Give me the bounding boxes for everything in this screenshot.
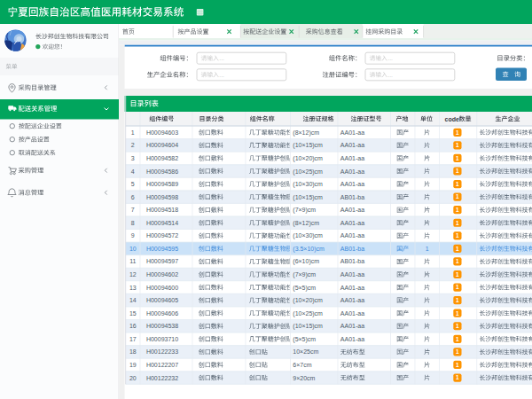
svg-text:1: 1 bbox=[456, 258, 459, 264]
svg-text:(6×10)cm: (6×10)cm bbox=[293, 258, 319, 265]
svg-text:16: 16 bbox=[129, 323, 137, 329]
svg-text:(10×15)cm: (10×15)cm bbox=[293, 323, 323, 330]
svg-text:1: 1 bbox=[456, 284, 459, 290]
svg-text:1: 1 bbox=[456, 362, 459, 368]
svg-text:H00094605: H00094605 bbox=[146, 297, 178, 303]
svg-text:10×25cm: 10×25cm bbox=[293, 348, 318, 355]
svg-text:AA01-aa: AA01-aa bbox=[340, 336, 364, 342]
svg-text:AB01-ba: AB01-ba bbox=[340, 258, 364, 264]
svg-text:AA01-aa: AA01-aa bbox=[340, 220, 364, 226]
svg-text:1: 1 bbox=[456, 336, 459, 342]
svg-text:AA01-aa: AA01-aa bbox=[340, 129, 364, 136]
svg-text:H00122232: H00122232 bbox=[146, 375, 178, 381]
svg-text:1: 1 bbox=[456, 181, 459, 187]
svg-text:1: 1 bbox=[456, 155, 459, 161]
svg-text:1: 1 bbox=[456, 271, 459, 278]
svg-text:8: 8 bbox=[131, 220, 135, 226]
svg-text:1: 1 bbox=[456, 220, 459, 226]
svg-text:AA01-aa: AA01-aa bbox=[340, 232, 364, 239]
svg-text:H00094600: H00094600 bbox=[146, 285, 178, 291]
svg-text:H00093710: H00093710 bbox=[146, 336, 178, 342]
svg-text:1: 1 bbox=[131, 129, 135, 136]
svg-text:AB01-ba: AB01-ba bbox=[340, 246, 364, 252]
svg-text:1: 1 bbox=[456, 142, 459, 148]
svg-text:(10×30)cm: (10×30)cm bbox=[293, 181, 323, 188]
svg-text:H00094598: H00094598 bbox=[146, 194, 178, 200]
svg-text:H00094606: H00094606 bbox=[146, 310, 178, 317]
svg-text:5: 5 bbox=[131, 181, 135, 187]
svg-text:(10×20)cm: (10×20)cm bbox=[293, 297, 323, 304]
svg-text:6: 6 bbox=[131, 194, 135, 200]
svg-text:1: 1 bbox=[456, 168, 459, 174]
svg-text:(10×15)cm: (10×15)cm bbox=[293, 194, 323, 201]
svg-text:15: 15 bbox=[129, 310, 137, 317]
svg-text:H00094514: H00094514 bbox=[146, 220, 178, 226]
svg-text:1: 1 bbox=[456, 323, 459, 329]
svg-text:6×7cm: 6×7cm bbox=[293, 362, 311, 368]
svg-text:7: 7 bbox=[131, 207, 135, 213]
svg-text:AB01-ba: AB01-ba bbox=[340, 194, 364, 200]
svg-text:1: 1 bbox=[426, 246, 429, 252]
svg-text:17: 17 bbox=[129, 336, 137, 342]
svg-text:H00094597: H00094597 bbox=[146, 258, 178, 264]
svg-text:14: 14 bbox=[129, 297, 137, 303]
svg-text:1: 1 bbox=[456, 207, 459, 213]
svg-text:(5×5)cm: (5×5)cm bbox=[293, 285, 316, 292]
svg-text:4: 4 bbox=[131, 168, 135, 175]
svg-text:H00122207: H00122207 bbox=[146, 362, 178, 368]
svg-text:(7×9)cm: (7×9)cm bbox=[293, 271, 316, 278]
svg-text:(5×5)cm: (5×5)cm bbox=[293, 336, 316, 343]
svg-text:1: 1 bbox=[456, 193, 459, 200]
svg-text:18: 18 bbox=[129, 348, 137, 355]
svg-text:1: 1 bbox=[456, 129, 459, 136]
svg-text:(10×30)cm: (10×30)cm bbox=[293, 232, 323, 239]
svg-text:(10×20)cm: (10×20)cm bbox=[293, 155, 323, 162]
svg-text:H00094604: H00094604 bbox=[146, 142, 178, 148]
svg-text:AA01-aa: AA01-aa bbox=[340, 285, 364, 291]
svg-text:H00094572: H00094572 bbox=[146, 232, 178, 239]
svg-text:H00094582: H00094582 bbox=[146, 155, 178, 161]
svg-text:H00094538: H00094538 bbox=[146, 323, 178, 329]
svg-text:AA01-aa: AA01-aa bbox=[340, 310, 364, 317]
svg-text:...: ... bbox=[387, 72, 393, 78]
svg-text:H00094602: H00094602 bbox=[146, 271, 178, 278]
svg-text:3: 3 bbox=[131, 155, 135, 161]
svg-text:...: ... bbox=[219, 72, 224, 78]
svg-text:20: 20 bbox=[129, 375, 137, 381]
svg-text:1: 1 bbox=[456, 374, 459, 380]
svg-text:H00094603: H00094603 bbox=[146, 129, 178, 136]
svg-text:9×20cm: 9×20cm bbox=[293, 375, 315, 381]
svg-text:AA01-aa: AA01-aa bbox=[340, 297, 364, 303]
svg-text:...: ... bbox=[219, 55, 224, 61]
svg-text:...: ... bbox=[387, 55, 393, 61]
svg-text:1: 1 bbox=[456, 310, 459, 317]
svg-text:(10×15)cm: (10×15)cm bbox=[293, 142, 323, 149]
svg-text:2: 2 bbox=[131, 142, 135, 148]
svg-text:AA01-aa: AA01-aa bbox=[340, 142, 364, 148]
svg-text:10: 10 bbox=[129, 246, 137, 252]
svg-text:H00094518: H00094518 bbox=[146, 207, 178, 213]
svg-text:AA01-aa: AA01-aa bbox=[340, 271, 364, 278]
svg-text:H00094589: H00094589 bbox=[146, 181, 178, 187]
svg-text:(8×12)cm: (8×12)cm bbox=[293, 220, 319, 227]
svg-text:11: 11 bbox=[129, 258, 136, 264]
svg-text:H00094595: H00094595 bbox=[146, 246, 178, 252]
svg-text:H00122233: H00122233 bbox=[146, 348, 178, 355]
svg-text:19: 19 bbox=[129, 362, 137, 368]
svg-text:1: 1 bbox=[456, 232, 459, 239]
svg-text:(7×9)cm: (7×9)cm bbox=[293, 207, 316, 214]
svg-text:1: 1 bbox=[456, 348, 459, 355]
svg-text:AA01-aa: AA01-aa bbox=[340, 168, 364, 175]
svg-text:AA01-aa: AA01-aa bbox=[340, 155, 364, 161]
svg-text:1: 1 bbox=[456, 297, 459, 303]
svg-text:H00094586: H00094586 bbox=[146, 168, 178, 175]
svg-text:(10×25)cm: (10×25)cm bbox=[293, 310, 323, 317]
svg-text:AA01-aa: AA01-aa bbox=[340, 181, 364, 187]
svg-text:9: 9 bbox=[131, 232, 135, 239]
svg-text:code: code bbox=[445, 116, 459, 122]
svg-text:AA01-aa: AA01-aa bbox=[340, 323, 364, 329]
svg-text:(10×25)cm: (10×25)cm bbox=[293, 168, 323, 176]
svg-text:(3.5×10)cm: (3.5×10)cm bbox=[293, 246, 325, 253]
svg-text:AA01-aa: AA01-aa bbox=[340, 207, 364, 213]
svg-text:(8×12)cm: (8×12)cm bbox=[293, 129, 319, 137]
